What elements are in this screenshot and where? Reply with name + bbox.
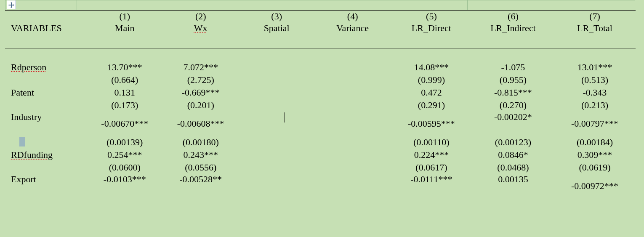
col7-num: (7) <box>554 10 636 23</box>
cell-se: (0.0619) <box>554 161 636 174</box>
cell-se: (0.00184) <box>554 136 636 149</box>
blank-row <box>5 48 636 61</box>
cell: -0.00202* <box>472 112 554 136</box>
cell: -0.669*** <box>162 86 238 99</box>
cell <box>314 86 390 99</box>
col2-name: Wx <box>162 23 238 48</box>
cell-se <box>314 136 390 149</box>
table-row-se: (0.173) (0.201) (0.291) (0.270) (0.213) <box>5 99 636 112</box>
var-label: Export <box>5 174 87 198</box>
table-row: Patent 0.131 -0.669*** 0.472 -0.815*** -… <box>5 86 636 99</box>
col3-num: (3) <box>239 10 314 23</box>
cell: -0.343 <box>554 86 636 99</box>
cell-se: (0.270) <box>472 99 554 112</box>
cell-se: (0.513) <box>554 74 636 86</box>
regression-table[interactable]: (1) (2) (3) (4) (5) (6) (7) VARIABLES Ma… <box>5 0 636 198</box>
cell <box>239 149 314 161</box>
table-row-se: (0.0600) (0.0556) (0.0617) (0.0468) (0.0… <box>5 161 636 174</box>
cell: -0.0111*** <box>391 174 472 198</box>
cell-se: (0.00180) <box>162 136 238 149</box>
col5-name: LR_Direct <box>391 23 472 48</box>
cell-se: (0.664) <box>87 74 162 86</box>
cell-se <box>239 74 314 86</box>
var-label: Patent <box>5 86 87 99</box>
cell: -0.815*** <box>472 86 554 99</box>
cell[interactable] <box>239 112 314 136</box>
header-model-numbers-row: (1) (2) (3) (4) (5) (6) (7) <box>5 10 636 23</box>
cell-se: (2.725) <box>162 74 238 86</box>
cell <box>239 174 314 198</box>
col3-name: Spatial <box>239 23 314 48</box>
cell: -0.00797*** <box>554 112 636 136</box>
cell: 13.01*** <box>554 61 636 74</box>
cell-se <box>314 161 390 174</box>
var-label: Rdperson <box>5 61 87 74</box>
cell: -0.00608*** <box>162 112 238 136</box>
cell-se: (0.201) <box>162 99 238 112</box>
cell: -0.00595*** <box>391 112 472 136</box>
cell-se <box>239 136 314 149</box>
cell: 13.70*** <box>87 61 162 74</box>
col5-num: (5) <box>391 10 472 23</box>
cell <box>314 174 390 198</box>
table-top-spacer-row <box>5 0 636 10</box>
cell-se: (0.00110) <box>391 136 472 149</box>
table-row: Export -0.0103*** -0.00528** -0.0111*** … <box>5 174 636 198</box>
cell: 0.309*** <box>554 149 636 161</box>
cell-se: (0.0556) <box>162 161 238 174</box>
cell-se: (0.213) <box>554 99 636 112</box>
cell-se: (0.955) <box>472 74 554 86</box>
cell-se: (0.00139) <box>87 136 162 149</box>
cell <box>314 61 390 74</box>
table-row-se: (0.00139) (0.00180) (0.00110) (0.00123) … <box>5 136 636 149</box>
cell: 0.254*** <box>87 149 162 161</box>
cell-se <box>239 161 314 174</box>
cell: 0.0846* <box>472 149 554 161</box>
header-model-names-row: VARIABLES Main Wx Spatial Variance LR_Di… <box>5 23 636 48</box>
cell <box>239 61 314 74</box>
cell-se: (0.0468) <box>472 161 554 174</box>
cell: -0.00528** <box>162 174 238 198</box>
cell-se: (0.999) <box>391 74 472 86</box>
table-row-se: (0.664) (2.725) (0.999) (0.955) (0.513) <box>5 74 636 86</box>
col6-name: LR_Indirect <box>472 23 554 48</box>
cell <box>314 112 390 136</box>
table-row: RDfunding 0.254*** 0.243*** 0.224*** 0.0… <box>5 149 636 161</box>
cell-se <box>314 99 390 112</box>
cell-se: (0.173) <box>87 99 162 112</box>
col4-num: (4) <box>314 10 390 23</box>
cell: -0.00972*** <box>554 174 636 198</box>
cell-se <box>314 74 390 86</box>
variables-label: VARIABLES <box>5 23 87 48</box>
table-row: Industry -0.00670*** -0.00608*** -0.0059… <box>5 112 636 136</box>
cell-se: (0.291) <box>391 99 472 112</box>
col2-num: (2) <box>162 10 238 23</box>
col4-name: Variance <box>314 23 390 48</box>
col6-num: (6) <box>472 10 554 23</box>
var-label: RDfunding <box>5 149 87 161</box>
cell-se: (0.0600) <box>87 161 162 174</box>
col7-name: LR_Total <box>554 23 636 48</box>
cell-se: (0.0617) <box>391 161 472 174</box>
col1-num: (1) <box>87 10 162 23</box>
cell: 0.224*** <box>391 149 472 161</box>
cell: -0.0103*** <box>87 174 162 198</box>
var-label: Industry <box>5 112 87 136</box>
cell-se: (0.00123) <box>472 136 554 149</box>
cell: 0.00135 <box>472 174 554 198</box>
table-row: Rdperson 13.70*** 7.072*** 14.08*** -1.0… <box>5 61 636 74</box>
cell: -1.075 <box>472 61 554 74</box>
cell <box>314 149 390 161</box>
cell: 0.472 <box>391 86 472 99</box>
col1-name: Main <box>87 23 162 48</box>
cell-se <box>239 99 314 112</box>
cell: 0.243*** <box>162 149 238 161</box>
page-root: (1) (2) (3) (4) (5) (6) (7) VARIABLES Ma… <box>0 0 644 237</box>
cell <box>239 86 314 99</box>
cell: -0.00670*** <box>87 112 162 136</box>
text-caret-icon <box>285 112 285 122</box>
cell: 7.072*** <box>162 61 238 74</box>
cell: 0.131 <box>87 86 162 99</box>
cell: 14.08*** <box>391 61 472 74</box>
